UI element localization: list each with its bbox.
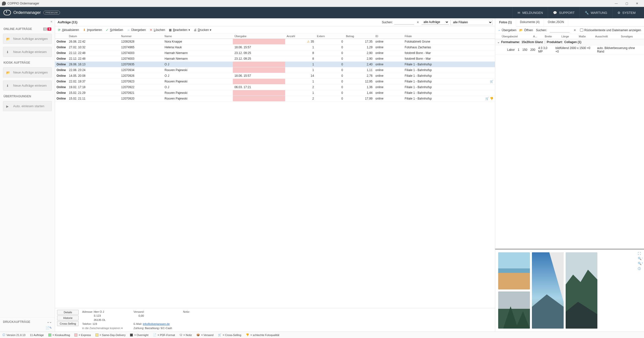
table-row[interactable]: Online22.12. 22:4812074003Hannah Niemann…: [55, 56, 495, 62]
sidebar-section-online: ONLINE AUFTRÄGE 1 9: [0, 25, 55, 32]
tool-aktualisieren[interactable]: ⟳Aktualisieren: [58, 28, 79, 32]
table-row[interactable]: Online27.02. 10:3212074965Helena Hauk18.…: [55, 45, 495, 50]
appbar: Ordermanager PREMIUM ✉MELDUNGEN 💬SUPPORT…: [0, 7, 644, 18]
btn-online-anzeigen[interactable]: 📂Neue Aufträge anzeigen: [3, 34, 52, 44]
app-title: Ordermanager: [14, 10, 41, 15]
gear-icon: ⚙: [618, 11, 620, 15]
table-row[interactable]: Online15.02. 21:1112070920Rouven Pajewsk…: [55, 96, 495, 102]
col-anzahl[interactable]: Anzahl: [285, 34, 316, 39]
cloud-logo-icon: [4, 10, 11, 15]
col-extern[interactable]: Extern: [316, 34, 344, 39]
ship-icon: 📦: [196, 333, 200, 337]
info-icon[interactable]: ⓘ: [638, 267, 643, 271]
orders-count: 11 Aufträge: [30, 334, 44, 337]
clear-search-right-icon[interactable]: ✕: [572, 28, 577, 32]
orders-table: Datum Nummer Name Übergabe Anzahl Extern…: [55, 34, 495, 102]
collapse-sidebar-icon[interactable]: «: [50, 20, 52, 23]
checkbox-rueckseitentexte[interactable]: Rückseitentexte und Dateinamen anzeigen: [580, 28, 641, 32]
btn-kiosk-einlesen[interactable]: ⬇Neue Aufträge einlesen: [3, 80, 52, 91]
tool-oeffnen[interactable]: 📂 Öffnen: [519, 28, 533, 32]
tool-importieren[interactable]: ⬇Importieren: [82, 28, 102, 32]
clear-search-icon[interactable]: ✕: [416, 20, 420, 24]
nav-system[interactable]: ⚙SYSTEM: [612, 7, 640, 18]
copy-to-clipboard[interactable]: in die Zwischenablage kopieren ▾: [82, 327, 122, 330]
tool-uebergeben[interactable]: →Übergeben: [127, 28, 146, 32]
btn-online-einlesen[interactable]: ⬇Neue Aufträge einlesen: [3, 47, 52, 57]
chevron-down-icon: ⌄: [497, 40, 500, 44]
btn-historie[interactable]: Historie: [57, 316, 78, 321]
orders-title: Aufträge (11): [58, 20, 77, 24]
version-label: Version 21.0.13: [6, 334, 25, 337]
table-row[interactable]: Online14.05. 20:0812070926O J18.06. 15:5…: [55, 73, 495, 79]
tool-drucken[interactable]: 🖨Drucken▾: [194, 28, 212, 32]
minimize-button[interactable]: —: [611, 1, 621, 6]
format-group-row[interactable]: ⌄ Formatname: 15x20cm Glanz | Produktart…: [495, 39, 644, 45]
badge-count-1: 1: [43, 27, 47, 31]
chat-icon: 💬: [553, 11, 557, 15]
col-nummer[interactable]: Nummer: [120, 34, 163, 39]
details-bar: Details Historie Cross-Selling Adresse: …: [55, 308, 495, 332]
tool-uebergeben-right[interactable]: → Übergeben: [498, 28, 516, 32]
col-filiale[interactable]: Filiale: [403, 34, 484, 39]
tab-fotos[interactable]: Fotos (1): [495, 18, 516, 26]
search-input-right[interactable]: [550, 28, 570, 32]
col-uebergabe[interactable]: Übergabe: [233, 34, 285, 39]
tab-dokumente[interactable]: Dokumente (4): [516, 18, 544, 26]
email-link[interactable]: info@oliverjanssen.de: [143, 323, 170, 325]
titlebar: COPPIO Ordermanager — ▢ ✕: [0, 0, 644, 7]
refresh-icon: ⟳: [58, 28, 61, 32]
delete-icon: ✕: [149, 28, 153, 32]
info-icon: ⓘ: [2, 333, 5, 337]
edit-print-icon[interactable]: 📄✎: [0, 326, 55, 332]
table-row[interactable]: Online22.02. 19:3712070923Rouven Pajewsk…: [55, 79, 495, 84]
maximize-button[interactable]: ▢: [622, 1, 632, 6]
tool-schliessen[interactable]: ✓Schließen: [106, 28, 123, 32]
folder-open-icon: 📂: [519, 28, 523, 32]
nav-support[interactable]: 💬SUPPORT: [548, 7, 580, 18]
zoom-in-icon[interactable]: 🔍⁺: [638, 262, 643, 265]
svg-rect-0: [498, 252, 530, 271]
tool-loeschen[interactable]: ✕Löschen: [149, 28, 165, 32]
app-icon: [2, 1, 6, 5]
tab-orderjson[interactable]: Order.JSON: [544, 18, 568, 26]
btn-details[interactable]: Details: [57, 310, 78, 315]
btn-kiosk-anzeigen[interactable]: 📂Neue Aufträge anzeigen: [3, 67, 52, 77]
table-row[interactable]: Online28.08. 16:1312070935O J102,40onlin…: [55, 62, 495, 67]
tool-bearbeiten[interactable]: ▦Bearbeiten▾: [169, 28, 190, 32]
nav-wartung[interactable]: 🔧WARTUNG: [580, 7, 612, 18]
edit-icon: ▦: [169, 28, 172, 32]
table-row[interactable]: Online22.12. 22:4812074003Hannah Niemann…: [55, 50, 495, 56]
sidebar-section-druck[interactable]: DRUCKAUFTRÄGE ⌄⌄: [0, 318, 55, 326]
filter-filiale-select[interactable]: alle Filialen: [450, 19, 492, 25]
chevron-down-icon: ⌄⌄: [47, 320, 52, 324]
arrow-right-icon: →: [127, 28, 130, 32]
filter-type-select[interactable]: alle Aufträge: [422, 19, 449, 25]
thumbnail-4[interactable]: [498, 292, 530, 329]
right-pane: Fotos (1) Dokumente (4) Order.JSON → Übe…: [495, 18, 644, 332]
cart-icon: 🛒: [218, 333, 222, 337]
table-row[interactable]: Online22.08. 23:2412070934Rouven Pajewsk…: [55, 67, 495, 73]
badge-count-9: 9: [47, 27, 51, 31]
col-name[interactable]: Name: [163, 34, 233, 39]
sidebar: « ONLINE AUFTRÄGE 1 9 📂Neue Aufträge anz…: [0, 18, 55, 332]
btn-auto-einlesen[interactable]: ▶Auto. einlesen starten: [3, 101, 52, 111]
thumbnail-3[interactable]: [566, 252, 598, 329]
thumbnail-2[interactable]: [532, 252, 564, 329]
expand-icon[interactable]: ⛶: [638, 252, 643, 255]
col-datum[interactable]: Datum: [68, 34, 120, 39]
nav-meldungen[interactable]: ✉MELDUNGEN: [512, 7, 548, 18]
col-id[interactable]: ID: [374, 34, 403, 39]
legend-square-green: [48, 334, 51, 337]
table-row[interactable]: Online26.08. 22:4212092828Nora Knappe⚠ 3…: [55, 39, 495, 45]
table-row[interactable]: Online19.02. 17:1812070922O J06.03. 17:2…: [55, 84, 495, 90]
mail-icon: ✉: [518, 11, 520, 15]
col-betrag[interactable]: Betrag: [344, 34, 374, 39]
thumbs-down-icon: 👎: [490, 97, 494, 100]
close-button[interactable]: ✕: [632, 1, 642, 6]
search-input[interactable]: [394, 20, 414, 24]
foto-row[interactable]: Labor 1 150 200 4:3 3,0 MP bildfüllend 2…: [495, 45, 644, 54]
thumbnail-1[interactable]: [498, 252, 530, 290]
table-row[interactable]: Online15.02. 21:2912070921Rouven Pajewsk…: [55, 90, 495, 96]
btn-cross-selling[interactable]: Cross-Selling: [57, 321, 78, 326]
zoom-out-icon[interactable]: 🔍⁻: [638, 257, 643, 260]
